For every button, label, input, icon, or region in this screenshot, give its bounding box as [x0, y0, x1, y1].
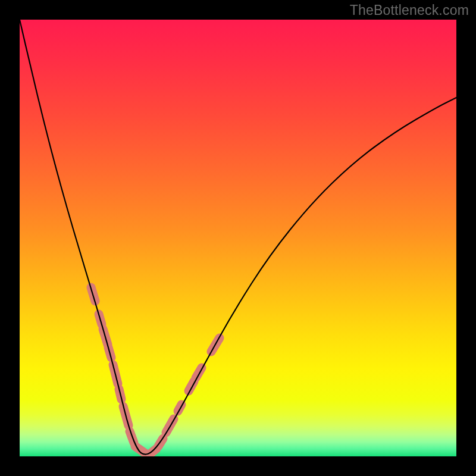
curve-layer [20, 20, 456, 456]
plot-area [20, 20, 456, 456]
watermark-text: TheBottleneck.com [350, 2, 469, 18]
svg-line-15 [196, 368, 202, 378]
outer-frame: TheBottleneck.com [0, 0, 476, 476]
bottleneck-curve [20, 20, 456, 455]
